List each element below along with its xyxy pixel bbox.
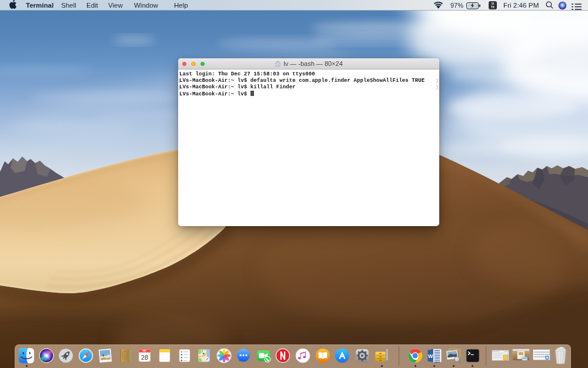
svg-text:W: W [427,353,433,359]
svg-text:DEC: DEC [143,350,148,352]
svg-text:VI: VI [492,2,494,5]
svg-text:28: 28 [141,354,148,361]
svg-text:TX: TX [491,6,495,9]
